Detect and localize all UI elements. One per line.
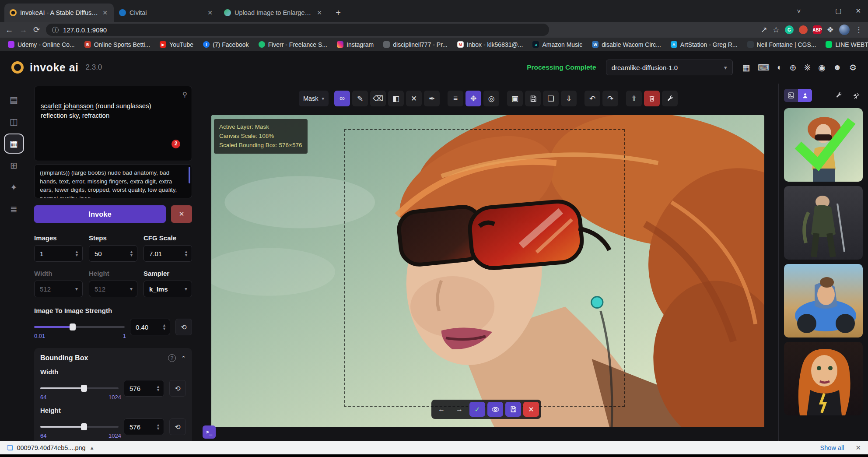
brush-tool-icon[interactable]: ✎ xyxy=(352,91,368,106)
staging-save-icon[interactable] xyxy=(505,402,521,417)
gallery-user-icon[interactable] xyxy=(798,89,812,102)
window-minimize-button[interactable]: — xyxy=(808,0,828,22)
new-tab-button[interactable]: + xyxy=(331,5,346,20)
chevron-up-icon[interactable]: ⌃ xyxy=(181,355,186,362)
gallery-images-icon[interactable] xyxy=(784,89,798,102)
browser-menu-icon[interactable]: ⋮ xyxy=(855,25,863,35)
slider-handle[interactable] xyxy=(70,323,76,330)
staging-next-icon[interactable]: → xyxy=(452,402,467,417)
bb-height-slider[interactable] xyxy=(40,418,119,435)
report-bug-icon[interactable]: ※ xyxy=(804,63,811,73)
download-image-icon[interactable]: ⇩ xyxy=(561,91,577,106)
tab-text-to-image[interactable]: ▤ xyxy=(5,91,23,109)
clear-mask-icon[interactable]: ✕ xyxy=(406,91,422,106)
prompt-input[interactable]: scarlett johansson (round sunglasses) re… xyxy=(34,86,192,161)
reload-icon[interactable]: ⟳ xyxy=(33,25,40,35)
bookmark-udemy[interactable]: Udemy - Online Co... xyxy=(8,41,75,48)
bookmark-fiverr[interactable]: Fiverr - Freelance S... xyxy=(259,41,327,48)
tab-postprocessing[interactable]: ✦ xyxy=(5,178,23,197)
window-maximize-button[interactable]: ▢ xyxy=(828,0,848,22)
pin-icon[interactable]: ⚲ xyxy=(182,90,187,99)
tab-unified-canvas[interactable]: ▦ xyxy=(5,134,23,153)
shelf-close-icon[interactable]: ✕ xyxy=(855,444,861,452)
steps-input[interactable]: 50 ▲▼ xyxy=(89,245,137,262)
merge-layers-icon[interactable]: ▣ xyxy=(507,91,523,106)
stepper-icons[interactable]: ▲▼ xyxy=(162,323,166,330)
staging-visibility-eye-icon[interactable] xyxy=(487,402,503,417)
redo-icon[interactable]: ↷ xyxy=(602,91,618,106)
stepper-icons[interactable]: ▲▼ xyxy=(184,250,188,257)
strength-slider[interactable] xyxy=(34,319,125,335)
gallery-thumbnail[interactable] xyxy=(784,342,863,415)
undo-icon[interactable]: ↶ xyxy=(584,91,600,106)
canvas-stage[interactable]: Active Layer: Mask Canvas Scale: 108% Sc… xyxy=(211,115,764,427)
bb-height-input[interactable]: 576 ▲▼ xyxy=(124,418,164,435)
tab-training[interactable]: ≣ xyxy=(5,200,23,218)
stepper-icons[interactable]: ▲▼ xyxy=(75,250,79,257)
clear-canvas-trash-icon[interactable] xyxy=(644,91,660,106)
tab-close-icon[interactable]: ✕ xyxy=(102,9,108,16)
help-icon[interactable]: ? xyxy=(168,354,176,362)
invoke-button[interactable]: Invoke xyxy=(34,205,166,223)
tab-close-icon[interactable]: ✕ xyxy=(316,9,323,16)
model-select[interactable]: dreamlike-diffusion-1.0 ▾ xyxy=(606,60,733,75)
gallery-thumbnail[interactable] xyxy=(784,186,863,260)
tab-close-icon[interactable]: ✕ xyxy=(206,9,214,16)
bookmark-star-icon[interactable]: ☆ xyxy=(773,25,780,35)
tab-image-to-image[interactable]: ◫ xyxy=(5,112,23,131)
stepper-icons[interactable]: ▲▼ xyxy=(130,250,133,257)
gallery-pin-icon[interactable] xyxy=(850,89,863,102)
bookmark-inbox[interactable]: MInbox - klk56831@... xyxy=(457,41,523,48)
bookmark-webtoon[interactable]: LINE WEBTOON - G... xyxy=(826,41,868,48)
layer-select[interactable]: Mask ▾ xyxy=(299,91,329,106)
gallery-settings-wrench-icon[interactable] xyxy=(832,89,845,102)
gallery-thumbnail-selected[interactable] xyxy=(784,108,863,182)
reset-view-icon[interactable]: ◎ xyxy=(483,91,499,106)
bookmark-neil-fontaine[interactable]: Neil Fontaine | CGS... xyxy=(747,41,816,48)
settings-gear-icon[interactable]: ⚙ xyxy=(849,63,857,73)
model-manager-icon[interactable]: ▦ xyxy=(742,63,750,73)
language-icon[interactable]: ⊕ xyxy=(790,63,797,73)
download-item[interactable]: ❏ 000979.40d74eb5....png ▲ xyxy=(7,444,94,452)
preserve-mask-icon[interactable]: ∞ xyxy=(334,91,350,106)
staging-discard-icon[interactable]: ✕ xyxy=(523,402,539,417)
eraser-tool-icon[interactable]: ⌫ xyxy=(370,91,386,106)
bookmark-youtube[interactable]: ▶YouTube xyxy=(160,41,193,48)
save-to-gallery-icon[interactable] xyxy=(525,91,541,106)
bookmark-amazon-music[interactable]: aAmazon Music xyxy=(532,41,582,48)
strength-reset-button[interactable]: ⟲ xyxy=(175,319,192,335)
adblock-extension-icon[interactable]: ABP xyxy=(813,25,822,34)
staging-prev-icon[interactable]: ← xyxy=(434,402,449,417)
sampler-select[interactable]: k_lms ▾ xyxy=(144,281,192,297)
grammarly-extension-icon[interactable]: G xyxy=(785,25,794,34)
bookmark-wacom[interactable]: Wdisable Wacom Circ... xyxy=(592,41,661,48)
cfg-input[interactable]: 7.01 ▲▼ xyxy=(144,245,192,262)
staging-accept-icon[interactable]: ✓ xyxy=(469,402,485,417)
bb-width-slider[interactable] xyxy=(40,380,119,397)
brush-options-icon[interactable]: ≡ xyxy=(448,91,463,106)
bookmark-discipline[interactable]: disciplineil777 - Pr... xyxy=(383,41,448,48)
bounding-box-selection[interactable] xyxy=(344,129,625,407)
width-select[interactable]: 512 ▾ xyxy=(34,281,83,297)
show-all-link[interactable]: Show all xyxy=(820,444,844,451)
share-icon[interactable]: ↗ xyxy=(761,25,767,35)
bb-width-reset-button[interactable]: ⟲ xyxy=(169,380,186,397)
bookmark-facebook[interactable]: f(7) Facebook xyxy=(203,41,248,48)
tab-upload-enlarge[interactable]: Upload Image to Enlarge & Enh... ✕ xyxy=(219,4,328,22)
tab-civitai[interactable]: Civitai ✕ xyxy=(114,4,219,22)
strength-input[interactable]: 0.40 ▲▼ xyxy=(130,319,170,335)
forward-icon[interactable]: → xyxy=(19,25,27,35)
github-icon[interactable]: ◉ xyxy=(818,63,826,73)
bookmark-artstation[interactable]: AArtStation - Greg R... xyxy=(671,41,738,48)
theme-icon[interactable]: ◐ xyxy=(777,63,782,72)
color-picker-icon[interactable]: ✒ xyxy=(424,91,440,106)
bookmark-instagram[interactable]: Instagram xyxy=(337,41,374,48)
bookmark-sports[interactable]: BOnline Sports Betti... xyxy=(84,41,150,48)
stepper-icons[interactable]: ▲▼ xyxy=(156,423,160,430)
profile-avatar[interactable] xyxy=(839,25,850,35)
tab-invokeai[interactable]: InvokeAI - A Stable Diffusion Too ✕ xyxy=(4,4,114,22)
height-select[interactable]: 512 ▾ xyxy=(89,281,137,297)
negative-prompt-input[interactable]: ((implants)) (large boobs) nude bad anat… xyxy=(34,164,192,198)
site-info-icon[interactable]: i xyxy=(52,27,59,33)
copy-to-clipboard-icon[interactable]: ❏ xyxy=(543,91,559,106)
